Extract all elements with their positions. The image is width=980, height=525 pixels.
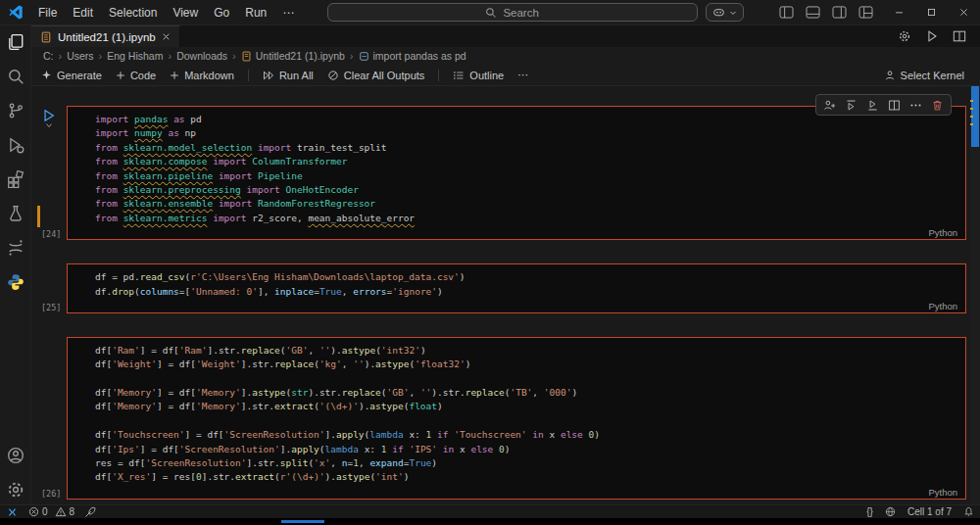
menu-file[interactable]: File xyxy=(31,4,64,22)
account-icon[interactable] xyxy=(7,447,24,464)
person-add-icon[interactable] xyxy=(823,99,836,112)
toolbar-more-button[interactable]: ⋯ xyxy=(517,69,528,81)
horizontal-scrollbar[interactable] xyxy=(0,518,980,525)
code-line[interactable]: df['Ram'] = df['Ram'].str.replace('GB', … xyxy=(95,344,957,358)
code-line[interactable]: from sklearn.metrics import r2_score, me… xyxy=(95,212,957,225)
execute-below-icon[interactable] xyxy=(866,99,879,112)
outline-button[interactable]: Outline xyxy=(453,70,504,81)
cell-language-picker[interactable]: Python xyxy=(928,227,957,238)
settings-gear-icon[interactable] xyxy=(7,481,24,499)
copilot-button[interactable] xyxy=(706,3,744,22)
toggle-secondary-sidebar-icon[interactable] xyxy=(832,6,847,19)
code-line[interactable]: df['Weight'] = df['Weight'].str.replace(… xyxy=(95,358,957,371)
breadcrumb-item[interactable]: C: xyxy=(43,50,54,62)
code-line[interactable]: df = pd.read_csv(r'C:\Users\Eng Hisham\D… xyxy=(95,270,957,284)
code-token: split xyxy=(280,457,309,468)
breadcrumb-item[interactable]: Users xyxy=(67,50,93,62)
run-debug-icon[interactable] xyxy=(7,136,24,154)
code-line[interactable]: df['Memory'] = df['Memory'].str.extract(… xyxy=(95,400,957,413)
menu-run[interactable]: Run xyxy=(238,4,273,22)
notebook-settings-gear-icon[interactable] xyxy=(898,29,911,43)
search-box[interactable]: Search xyxy=(327,3,698,22)
code-token: numpy xyxy=(134,127,163,138)
breadcrumb-item[interactable]: import pandas as pd xyxy=(359,50,466,62)
toggle-sidebar-icon[interactable] xyxy=(779,6,794,19)
code-line[interactable]: from sklearn.preprocessing import OneHot… xyxy=(95,183,957,197)
extensions-icon[interactable] xyxy=(7,170,24,188)
menu-go[interactable]: Go xyxy=(207,4,236,22)
breadcrumb-label: Untitled21 (1).ipynb xyxy=(256,50,345,62)
run-all-icon xyxy=(263,70,274,81)
code-line[interactable]: from sklearn.ensemble import RandomFores… xyxy=(95,197,957,211)
breadcrumb-item[interactable]: Downloads xyxy=(176,50,227,62)
minimize-button[interactable] xyxy=(883,0,915,25)
python-icon[interactable] xyxy=(7,273,24,291)
cell-language-picker[interactable]: Python xyxy=(928,301,957,311)
code-line[interactable]: df.drop(columns=['Unnamed: 0'], inplace=… xyxy=(95,285,957,299)
code-token: OneHotEncoder xyxy=(286,184,359,195)
braces-indicator[interactable]: {} xyxy=(866,506,873,517)
remote-indicator[interactable] xyxy=(6,506,19,518)
notebook-cell-1[interactable]: import pandas as pdimport numpy as npfro… xyxy=(67,106,966,240)
clear-all-outputs-button[interactable]: Clear All Outputs xyxy=(327,70,425,81)
problems-indicator[interactable]: 0 8 xyxy=(28,506,74,517)
code-line[interactable]: from sklearn.model_selection import trai… xyxy=(95,141,957,155)
customize-layout-icon[interactable] xyxy=(858,6,873,19)
close-button[interactable] xyxy=(948,0,980,25)
add-markdown-cell-button[interactable]: Markdown xyxy=(170,70,234,81)
code-token: astype xyxy=(369,401,403,411)
launch-icon[interactable] xyxy=(84,506,96,518)
notifications-bell-icon[interactable] xyxy=(963,506,974,517)
add-code-cell-button[interactable]: Code xyxy=(116,70,156,81)
select-kernel-button[interactable]: Select Kernel xyxy=(884,70,964,81)
symbol-snippet-icon xyxy=(359,51,369,62)
cell-indicator[interactable]: Cell 1 of 7 xyxy=(907,506,952,517)
notebook-cell-3[interactable]: df['Ram'] = df['Ram'].str.replace('GB', … xyxy=(67,337,966,500)
tab-untitled21-ipynb[interactable]: Untitled21 (1).ipynb xyxy=(31,25,180,47)
breadcrumb-item[interactable]: Eng Hisham xyxy=(107,50,163,62)
code-line[interactable]: import numpy as np xyxy=(95,126,957,140)
horizontal-scrollbar-thumb[interactable] xyxy=(281,520,324,523)
maximize-button[interactable] xyxy=(915,0,948,25)
code-line[interactable] xyxy=(95,372,957,386)
source-control-icon[interactable] xyxy=(7,102,24,119)
vertical-scrollbar[interactable] xyxy=(970,86,980,504)
cell-language-picker[interactable]: Python xyxy=(928,487,957,498)
toolbar-separator xyxy=(248,70,249,81)
split-editor-icon[interactable] xyxy=(953,29,966,43)
code-line[interactable]: df['Touchscreen'] = df['ScreenResolution… xyxy=(95,428,957,442)
run-all-button[interactable]: Run All xyxy=(263,70,314,81)
code-token: astype xyxy=(342,345,375,356)
generate-button[interactable]: Generate xyxy=(41,70,102,81)
testing-icon[interactable] xyxy=(7,205,24,222)
explorer-icon[interactable] xyxy=(7,33,24,51)
toggle-panel-icon[interactable] xyxy=(806,6,820,19)
code-line[interactable]: from sklearn.compose import ColumnTransf… xyxy=(95,155,957,168)
split-cell-icon[interactable] xyxy=(888,99,901,112)
breadcrumb-label: Downloads xyxy=(176,50,227,62)
menu-edit[interactable]: Edit xyxy=(66,4,100,22)
delete-cell-icon[interactable] xyxy=(931,99,944,112)
execute-above-icon[interactable] xyxy=(845,99,858,112)
run-cell-button[interactable] xyxy=(42,109,56,128)
menu-selection[interactable]: Selection xyxy=(102,4,164,22)
breadcrumb-item[interactable]: Untitled21 (1).ipynb xyxy=(241,50,345,62)
code-token: res = df[ xyxy=(95,457,145,468)
code-token: r'(\d+)' xyxy=(280,471,325,482)
run-editor-icon[interactable] xyxy=(925,29,939,43)
code-line[interactable] xyxy=(95,414,957,428)
code-line[interactable]: from sklearn.pipeline import Pipeline xyxy=(95,169,957,183)
notebook-cell-2[interactable]: df = pd.read_csv(r'C:\Users\Eng Hisham\D… xyxy=(67,263,966,313)
code-token: df = pd. xyxy=(95,271,140,282)
globe-icon[interactable] xyxy=(885,506,896,517)
menu-view[interactable]: View xyxy=(166,4,205,22)
tab-close-icon[interactable] xyxy=(162,32,171,41)
menu-more[interactable]: ⋯ xyxy=(275,4,301,22)
code-line[interactable]: res = df['ScreenResolution'].str.split('… xyxy=(95,456,957,470)
more-actions-icon[interactable] xyxy=(909,99,922,112)
jupyter-icon[interactable] xyxy=(7,239,24,257)
code-line[interactable]: df['X_res'] = res[0].str.extract(r'(\d+)… xyxy=(95,470,957,484)
code-line[interactable]: df['Memory'] = df['Memory'].astype(str).… xyxy=(95,386,957,400)
code-line[interactable]: df['Ips'] = df['ScreenResolution'].apply… xyxy=(95,443,957,456)
search-sidebar-icon[interactable] xyxy=(7,68,24,85)
